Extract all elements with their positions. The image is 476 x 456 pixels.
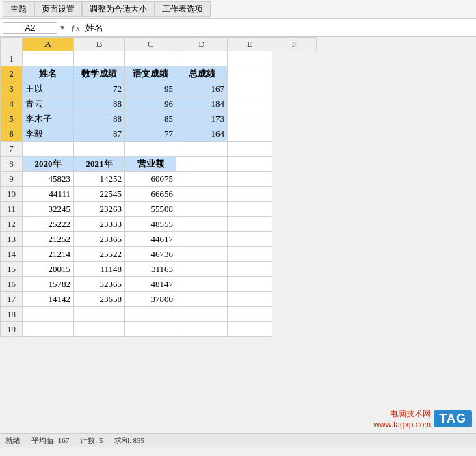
cell-5-B[interactable]: 88: [74, 111, 125, 126]
cell-8-A[interactable]: 2020年: [23, 157, 74, 172]
row-header-3[interactable]: 3: [1, 81, 23, 96]
row-header-12[interactable]: 12: [1, 217, 23, 232]
cell-1-B[interactable]: [74, 51, 125, 66]
cell-4-C[interactable]: 96: [125, 96, 176, 111]
cell-3-B[interactable]: 72: [74, 81, 125, 96]
tab-scale[interactable]: 调整为合适大小: [82, 1, 155, 17]
cell-9-E[interactable]: [228, 172, 272, 187]
cell-17-D[interactable]: [176, 292, 228, 307]
col-header-c[interactable]: C: [125, 38, 176, 51]
cell-3-D[interactable]: 167: [176, 81, 228, 96]
cell-19-E[interactable]: [228, 322, 272, 337]
cell-14-D[interactable]: [176, 247, 228, 262]
cell-5-E[interactable]: [228, 111, 272, 126]
cell-17-B[interactable]: 23658: [74, 292, 125, 307]
cell-10-A[interactable]: 44111: [23, 187, 74, 202]
cell-10-C[interactable]: 66656: [125, 187, 176, 202]
row-header-11[interactable]: 11: [1, 202, 23, 217]
cell-9-D[interactable]: [176, 172, 228, 187]
tab-sheet-options[interactable]: 工作表选项: [155, 1, 211, 17]
cell-10-D[interactable]: [176, 187, 228, 202]
cell-6-A[interactable]: 李毅: [23, 126, 74, 142]
cell-4-A[interactable]: 青云: [23, 96, 74, 111]
cell-16-A[interactable]: 15782: [23, 277, 74, 292]
cell-14-A[interactable]: 21214: [23, 247, 74, 262]
row-header-14[interactable]: 14: [1, 247, 23, 262]
cell-17-A[interactable]: 14142: [23, 292, 74, 307]
cell-8-C[interactable]: 营业额: [125, 157, 176, 172]
cell-8-E[interactable]: [228, 157, 272, 172]
cell-16-D[interactable]: [176, 277, 228, 292]
row-header-15[interactable]: 15: [1, 262, 23, 277]
tab-page-setup[interactable]: 页面设置: [34, 1, 82, 17]
cell-5-D[interactable]: 173: [176, 111, 228, 126]
col-header-f[interactable]: F: [272, 38, 317, 51]
cell-7-B[interactable]: [74, 142, 125, 157]
row-header-7[interactable]: 7: [1, 142, 23, 157]
cell-18-C[interactable]: [125, 307, 176, 322]
cell-9-C[interactable]: 60075: [125, 172, 176, 187]
formula-input[interactable]: [85, 23, 473, 33]
cell-14-B[interactable]: 25522: [74, 247, 125, 262]
cell-16-C[interactable]: 48147: [125, 277, 176, 292]
cell-13-E[interactable]: [228, 232, 272, 247]
cell-12-D[interactable]: [176, 217, 228, 232]
cell-15-D[interactable]: [176, 262, 228, 277]
cell-10-E[interactable]: [228, 187, 272, 202]
cell-11-B[interactable]: 23263: [74, 202, 125, 217]
cell-9-B[interactable]: 14252: [74, 172, 125, 187]
cell-4-D[interactable]: 184: [176, 96, 228, 111]
cell-12-E[interactable]: [228, 217, 272, 232]
cell-2-C[interactable]: 语文成绩: [125, 66, 176, 81]
cell-19-C[interactable]: [125, 322, 176, 337]
cell-11-D[interactable]: [176, 202, 228, 217]
cell-6-C[interactable]: 77: [125, 126, 176, 142]
cell-13-A[interactable]: 21252: [23, 232, 74, 247]
cell-17-E[interactable]: [228, 292, 272, 307]
cell-3-E[interactable]: [228, 81, 272, 96]
cell-19-D[interactable]: [176, 322, 228, 337]
row-header-17[interactable]: 17: [1, 292, 23, 307]
cell-2-D[interactable]: 总成绩: [176, 66, 228, 81]
cell-2-A[interactable]: 姓名: [23, 66, 74, 81]
row-header-9[interactable]: 9: [1, 172, 23, 187]
cell-2-E[interactable]: [228, 66, 272, 81]
row-header-13[interactable]: 13: [1, 232, 23, 247]
cell-6-E[interactable]: [228, 126, 272, 142]
cell-10-B[interactable]: 22545: [74, 187, 125, 202]
cell-4-B[interactable]: 88: [74, 96, 125, 111]
cell-5-C[interactable]: 85: [125, 111, 176, 126]
cell-6-D[interactable]: 164: [176, 126, 228, 142]
row-header-1[interactable]: 1: [1, 51, 23, 66]
row-header-10[interactable]: 10: [1, 187, 23, 202]
cell-14-C[interactable]: 46736: [125, 247, 176, 262]
cell-15-A[interactable]: 20015: [23, 262, 74, 277]
row-header-16[interactable]: 16: [1, 277, 23, 292]
cell-11-C[interactable]: 55508: [125, 202, 176, 217]
cell-reference-input[interactable]: [3, 22, 57, 34]
cell-3-A[interactable]: 王以: [23, 81, 74, 96]
col-header-a[interactable]: A: [23, 38, 74, 51]
cell-19-B[interactable]: [74, 322, 125, 337]
col-header-d[interactable]: D: [176, 38, 228, 51]
cell-17-C[interactable]: 37800: [125, 292, 176, 307]
cell-15-B[interactable]: 11148: [74, 262, 125, 277]
cell-5-A[interactable]: 李木子: [23, 111, 74, 126]
cell-9-A[interactable]: 45823: [23, 172, 74, 187]
cell-11-E[interactable]: [228, 202, 272, 217]
cell-8-B[interactable]: 2021年: [74, 157, 125, 172]
cell-2-B[interactable]: 数学成绩: [74, 66, 125, 81]
tab-theme[interactable]: 主题: [3, 1, 34, 17]
cell-16-B[interactable]: 32365: [74, 277, 125, 292]
cell-16-E[interactable]: [228, 277, 272, 292]
cell-18-E[interactable]: [228, 307, 272, 322]
col-header-e[interactable]: E: [228, 38, 272, 51]
cell-6-B[interactable]: 87: [74, 126, 125, 142]
cell-13-B[interactable]: 23365: [74, 232, 125, 247]
cell-1-E[interactable]: [228, 51, 272, 66]
row-header-4[interactable]: 4: [1, 96, 23, 111]
cell-12-C[interactable]: 48555: [125, 217, 176, 232]
cell-14-E[interactable]: [228, 247, 272, 262]
cell-13-C[interactable]: 44617: [125, 232, 176, 247]
row-header-18[interactable]: 18: [1, 307, 23, 322]
